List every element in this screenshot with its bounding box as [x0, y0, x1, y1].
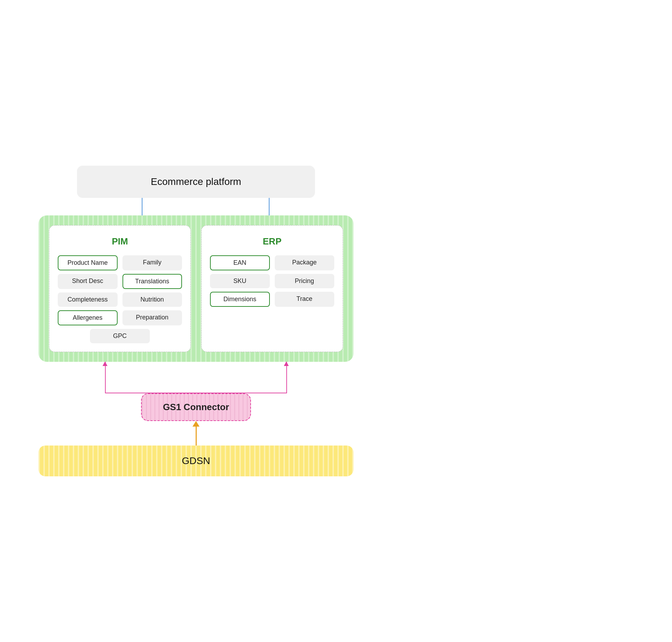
pink-arrow-left: [105, 362, 106, 393]
blue-line-left: [142, 198, 142, 215]
tag-preparation: Preparation: [122, 310, 182, 325]
orange-arrowhead: [192, 421, 200, 427]
tag-pricing: Pricing: [275, 274, 335, 288]
pink-arrowhead-right: [284, 361, 289, 366]
pim-tag-grid: Product Name Family Short Desc Translati…: [58, 255, 182, 343]
blue-line-right: [269, 198, 270, 215]
tag-nutrition: Nutrition: [122, 292, 182, 307]
erp-box: ERP EAN Package SKU Pricing Dimensions: [201, 225, 343, 352]
tag-sku: SKU: [210, 274, 270, 288]
tag-translations: Translations: [122, 274, 182, 289]
blue-connectors: [38, 198, 354, 215]
tag-trace: Trace: [275, 292, 335, 307]
tag-short-desc: Short Desc: [58, 274, 118, 289]
ecommerce-platform-box: Ecommerce platform: [77, 166, 315, 198]
green-container: PIM Product Name Family Short Desc Trans…: [38, 215, 354, 362]
orange-arrow: [192, 421, 200, 446]
tag-ean: EAN: [210, 255, 270, 270]
diagram-container: Ecommerce platform PIM Product Name Fami…: [21, 145, 371, 497]
pim-title: PIM: [112, 236, 128, 247]
pink-arrowhead-left: [103, 361, 107, 366]
tag-allergenes: Allergenes: [58, 310, 118, 325]
orange-line: [196, 427, 197, 446]
gs1-connector-label: GS1 Connector: [163, 402, 229, 412]
tag-dimensions: Dimensions: [210, 292, 270, 307]
tag-completeness: Completeness: [58, 292, 118, 307]
erp-tag-grid: EAN Package SKU Pricing Dimensions Trace: [210, 255, 334, 307]
tag-family: Family: [122, 255, 182, 270]
tag-gpc: GPC: [90, 329, 149, 343]
tag-package: Package: [275, 255, 335, 270]
pink-connectors-row: [38, 362, 354, 393]
erp-title: ERP: [263, 236, 281, 247]
pim-box: PIM Product Name Family Short Desc Trans…: [49, 225, 191, 352]
gs1-connector-box: GS1 Connector: [141, 393, 251, 421]
pink-arrow-right: [286, 362, 287, 393]
tag-product-name: Product Name: [58, 255, 118, 270]
ecommerce-platform-label: Ecommerce platform: [151, 176, 241, 187]
gdsn-box: GDSN: [38, 446, 354, 476]
gdsn-label: GDSN: [182, 455, 210, 466]
